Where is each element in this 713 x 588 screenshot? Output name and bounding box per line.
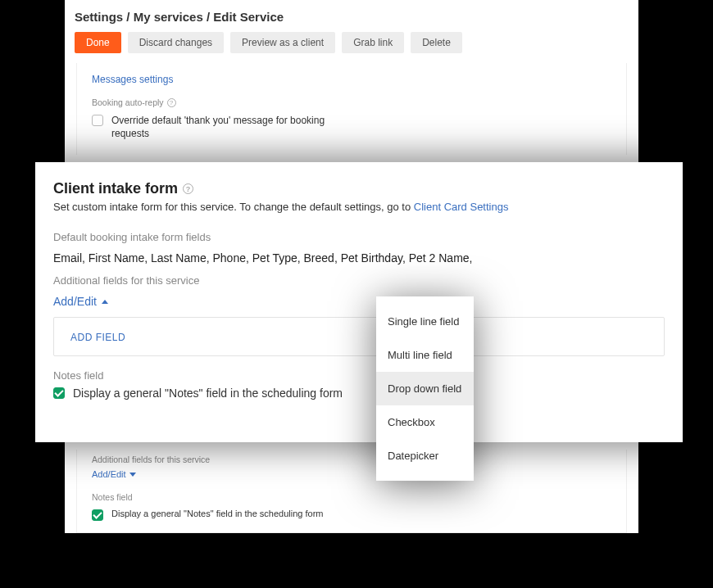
- default-fields-list: Email, First Name, Last Name, Phone, Pet…: [53, 251, 665, 265]
- add-edit-label-back: Add/Edit: [92, 469, 126, 479]
- notes-checkbox-front[interactable]: [53, 387, 65, 399]
- back-header: Settings / My services / Edit Service Do…: [65, 0, 638, 63]
- discard-button[interactable]: Discard changes: [128, 32, 224, 53]
- override-checkbox[interactable]: [92, 115, 103, 126]
- preview-button[interactable]: Preview as a client: [230, 32, 335, 53]
- intake-form-title-row: Client intake form ?: [53, 180, 665, 197]
- chevron-up-icon: [102, 300, 108, 304]
- messages-card: Messages settings Booking auto-reply ? O…: [76, 63, 627, 155]
- additional-fields-label-back: Additional fields for this service: [92, 455, 611, 464]
- dropdown-item-drop-down[interactable]: Drop down field: [376, 372, 474, 405]
- add-edit-toggle-front[interactable]: Add/Edit: [53, 295, 108, 308]
- add-field-box: ADD FIELD: [53, 317, 665, 356]
- booking-auto-reply-text: Booking auto-reply: [92, 97, 164, 107]
- intake-form-title: Client intake form: [53, 180, 178, 197]
- notes-checkbox-label-front: Display a general "Notes" field in the s…: [73, 387, 343, 400]
- override-checkbox-row: Override default 'thank you' message for…: [92, 114, 611, 140]
- delete-button[interactable]: Delete: [411, 32, 462, 53]
- notes-checkbox-back[interactable]: [92, 509, 103, 521]
- dropdown-item-single-line[interactable]: Single line field: [376, 305, 474, 338]
- intake-form-subtitle: Set custom intake form for this service.…: [53, 201, 665, 213]
- action-button-row: Done Discard changes Preview as a client…: [75, 32, 629, 53]
- field-type-dropdown: Single line field Multi line field Drop …: [376, 296, 474, 481]
- notes-checkbox-row-front: Display a general "Notes" field in the s…: [53, 387, 665, 400]
- help-icon[interactable]: ?: [167, 98, 176, 107]
- add-edit-toggle-back[interactable]: Add/Edit: [92, 469, 136, 479]
- notes-field-label-back: Notes field: [92, 492, 611, 502]
- additional-fields-label-front: Additional fields for this service: [53, 274, 665, 287]
- default-fields-label: Default booking intake form fields: [53, 231, 665, 243]
- booking-auto-reply-label: Booking auto-reply ?: [92, 97, 611, 107]
- notes-field-label-front: Notes field: [53, 369, 665, 382]
- dropdown-item-datepicker[interactable]: Datepicker: [376, 439, 474, 473]
- dropdown-item-checkbox[interactable]: Checkbox: [376, 405, 474, 439]
- add-edit-label-front: Add/Edit: [53, 295, 97, 308]
- breadcrumb: Settings / My services / Edit Service: [75, 10, 629, 24]
- notes-checkbox-row-back: Display a general "Notes" field in the s…: [92, 509, 611, 521]
- client-card-settings-link[interactable]: Client Card Settings: [414, 201, 509, 213]
- add-field-button[interactable]: ADD FIELD: [70, 332, 125, 343]
- help-icon[interactable]: ?: [183, 183, 193, 194]
- intake-form-panel: Client intake form ? Set custom intake f…: [35, 162, 683, 442]
- grab-link-button[interactable]: Grab link: [342, 32, 404, 53]
- intake-form-subtitle-text: Set custom intake form for this service.…: [53, 201, 414, 213]
- notes-checkbox-label-back: Display a general "Notes" field in the s…: [111, 509, 324, 518]
- additional-fields-card-back: Additional fields for this service Add/E…: [76, 450, 627, 533]
- messages-settings-link[interactable]: Messages settings: [92, 74, 173, 85]
- dropdown-item-multi-line[interactable]: Multi line field: [376, 338, 474, 372]
- override-checkbox-label: Override default 'thank you' message for…: [111, 114, 357, 140]
- done-button[interactable]: Done: [75, 32, 121, 53]
- chevron-down-icon: [129, 473, 136, 477]
